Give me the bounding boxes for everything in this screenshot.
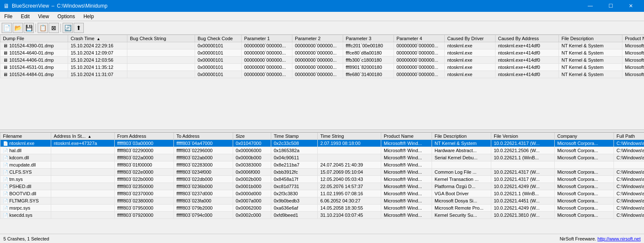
- dcol-file-version[interactable]: File Version: [491, 133, 555, 140]
- menu-help[interactable]: Help: [79, 13, 98, 20]
- col-bug-check-code[interactable]: Bug Check Code: [195, 35, 242, 42]
- driver-cell-to_address: fffff803`02296000: [174, 147, 233, 154]
- driver-table-row[interactable]: 📄msrpc.sysfffff803`07950000fffff803`079b…: [0, 205, 644, 212]
- crash-table-row[interactable]: 🖥101524-4390-01.dmp15.10.2024 22:29:160x…: [0, 42, 644, 49]
- crash-cell-param1: 00000000`000000...: [242, 42, 292, 49]
- driver-cell-file_description: Microsoft Dosya Si...: [432, 197, 491, 205]
- toolbar-open-btn[interactable]: 📂: [13, 23, 23, 33]
- toolbar-select-all-btn[interactable]: ⊠: [49, 23, 59, 33]
- driver-cell-filename: 📄BOOTVID.dll: [0, 190, 51, 197]
- driver-cell-to_address: fffff803`0236b000: [174, 183, 233, 190]
- driver-cell-address_in_stack: [51, 212, 115, 219]
- driver-cell-size: 0x0007a000: [233, 197, 271, 205]
- driver-table-row[interactable]: 📄kdcom.dllfffff803`022a0000fffff803`022a…: [0, 154, 644, 161]
- driver-table-row[interactable]: 📄ksecdd.sysfffff803`07920000fffff803`079…: [0, 212, 644, 219]
- driver-cell-filename: 📄ntoskrnl.exe: [0, 140, 51, 147]
- menu-edit[interactable]: Edit: [17, 13, 34, 20]
- crash-cell-param1: 00000000`000000...: [242, 71, 292, 78]
- nirsoft-link[interactable]: http://www.nirsoft.net: [597, 236, 641, 241]
- driver-cell-size: 0x0002c000: [233, 212, 271, 219]
- toolbar-copy-btn[interactable]: 📋: [38, 23, 48, 33]
- driver-cell-file_description: Microsoft Remote Pro...: [432, 205, 491, 212]
- driver-cell-address_in_stack: [51, 197, 115, 205]
- col-dump-file[interactable]: Dump File: [0, 35, 68, 42]
- driver-cell-file_version: [491, 161, 555, 169]
- driver-table-row[interactable]: 📄tm.sysfffff803`022b0000fffff803`022db00…: [0, 176, 644, 183]
- toolbar-new-btn[interactable]: 📄: [2, 23, 12, 33]
- col-bug-check-string[interactable]: Bug Check String: [127, 35, 195, 42]
- driver-cell-time_stamp: 0xa636e6af: [271, 205, 318, 212]
- driver-cell-time_stamp: 0x8e211ba7: [271, 161, 318, 169]
- driver-cell-to_address: fffff803`02283000: [174, 161, 233, 169]
- crash-table-row[interactable]: 🖥101524-4406-01.dmp15.10.2024 12:03:560x…: [0, 57, 644, 64]
- driver-table-row[interactable]: 📄hal.dllfffff803`02290000fffff803`022960…: [0, 147, 644, 154]
- col-file-description[interactable]: File Description: [559, 35, 622, 42]
- driver-table-header-row: Filename Address In St... ▲ From Address…: [0, 133, 644, 140]
- crash-cell-file_description: NT Kernel & System: [559, 71, 622, 78]
- col-caused-by-address[interactable]: Caused By Address: [495, 35, 559, 42]
- col-product-name[interactable]: Product Name: [622, 35, 644, 42]
- dcol-file-description[interactable]: File Description: [432, 133, 491, 140]
- toolbar-refresh-btn[interactable]: 🔄: [63, 23, 73, 33]
- dcol-to-address[interactable]: To Address: [174, 133, 233, 140]
- driver-cell-full_path: [614, 161, 644, 169]
- dcol-size[interactable]: Size: [233, 133, 271, 140]
- crash-table-row[interactable]: 🖥101524-4484-01.dmp15.10.2024 11:31:070x…: [0, 71, 644, 78]
- driver-cell-from_address: fffff803`01f00000: [115, 161, 174, 169]
- toolbar-reload-btn[interactable]: ⬆: [74, 23, 84, 33]
- col-crash-time[interactable]: Crash Time ▲: [68, 35, 127, 42]
- crash-cell-bug_check_code: 0x00000101: [195, 64, 242, 71]
- toolbar-save-btn[interactable]: 💾: [24, 23, 34, 33]
- crash-cell-dump_file: 🖥101524-4531-01.dmp: [0, 64, 68, 71]
- driver-cell-to_address: fffff803`022ab000: [174, 154, 233, 161]
- dcol-filename[interactable]: Filename: [0, 133, 51, 140]
- dcol-product-name[interactable]: Product Name: [381, 133, 432, 140]
- crash-table-row[interactable]: 🖥101524-4531-01.dmp15.10.2024 11:35:120x…: [0, 64, 644, 71]
- toolbar-separator-2: [61, 24, 61, 32]
- dcol-time-stamp[interactable]: Time Stamp: [271, 133, 318, 140]
- minimize-button[interactable]: —: [581, 0, 600, 12]
- menu-options[interactable]: Options: [53, 13, 79, 20]
- driver-cell-to_address: fffff803`022db000: [174, 176, 233, 183]
- dcol-time-string[interactable]: Time String: [318, 133, 381, 140]
- menu-file[interactable]: File: [0, 13, 17, 20]
- driver-cell-address_in_stack: [51, 161, 115, 169]
- menu-view[interactable]: View: [34, 13, 53, 20]
- driver-table-row[interactable]: 📄ntoskrnl.exentoskrnl.exe+47327afffff803…: [0, 140, 644, 147]
- driver-cell-product_name: Microsoft® Wind...: [381, 183, 432, 190]
- dcol-address-in-stack[interactable]: Address In St... ▲: [51, 133, 115, 140]
- driver-cell-time_string: 22.05.2076 14:57:37: [318, 183, 381, 190]
- col-param4[interactable]: Parameter 4: [394, 35, 445, 42]
- dcol-full-path[interactable]: Full Path: [614, 133, 644, 140]
- crash-cell-file_description: NT Kernel & System: [559, 64, 622, 71]
- driver-table-row[interactable]: 📄FLTMGR.SYSfffff803`02380000fffff803`023…: [0, 197, 644, 205]
- col-param1[interactable]: Parameter 1: [242, 35, 292, 42]
- driver-table-row[interactable]: 📄PSHED.dllfffff803`02350000fffff803`0236…: [0, 183, 644, 190]
- maximize-button[interactable]: ☐: [601, 0, 620, 12]
- driver-table-row[interactable]: 📄CLFS.SYSfffff803`022e0000fffff803`0234f…: [0, 169, 644, 176]
- driver-cell-full_path: C:\Windows\syste...: [614, 212, 644, 219]
- close-button[interactable]: ✕: [621, 0, 641, 12]
- crash-table-row[interactable]: 🖥101524-4640-01.dmp15.10.2024 12:09:070x…: [0, 49, 644, 57]
- driver-cell-from_address: fffff803`022b0000: [115, 176, 174, 183]
- driver-cell-time_stamp: 0x2f3c3830: [271, 190, 318, 197]
- dcol-company[interactable]: Company: [555, 133, 614, 140]
- dcol-from-address[interactable]: From Address: [115, 133, 174, 140]
- col-param3[interactable]: Parameter 3: [343, 35, 394, 42]
- driver-table-row[interactable]: 📄BOOTVID.dllfffff803`02370000fffff803`02…: [0, 190, 644, 197]
- crash-cell-param1: 00000000`000000...: [242, 57, 292, 64]
- col-caused-by-driver[interactable]: Caused By Driver: [445, 35, 495, 42]
- col-param2[interactable]: Parameter 2: [292, 35, 343, 42]
- driver-cell-file_version: 10.0.22621.4451 (W...: [491, 197, 555, 205]
- driver-cell-file_version: 10.0.22621.1 (WinB...: [491, 154, 555, 161]
- driver-table-container: Filename Address In St... ▲ From Address…: [0, 132, 644, 243]
- driver-cell-size: 0x0000d000: [233, 190, 271, 197]
- driver-cell-size: 0x01047000: [233, 140, 271, 147]
- crash-cell-caused_by_address: ntoskrnl.exe+414df0: [495, 42, 559, 49]
- crash-table: Dump File Crash Time ▲ Bug Check String …: [0, 35, 644, 78]
- crash-cell-param4: 00000000`000000...: [394, 42, 445, 49]
- crash-cell-dump_file: 🖥101524-4640-01.dmp: [0, 49, 68, 57]
- driver-table-row[interactable]: 📄mcupdate.dllfffff803`01f00000fffff803`0…: [0, 161, 644, 169]
- driver-cell-from_address: fffff803`07920000: [115, 212, 174, 219]
- driver-cell-to_address: fffff803`0794c000: [174, 212, 233, 219]
